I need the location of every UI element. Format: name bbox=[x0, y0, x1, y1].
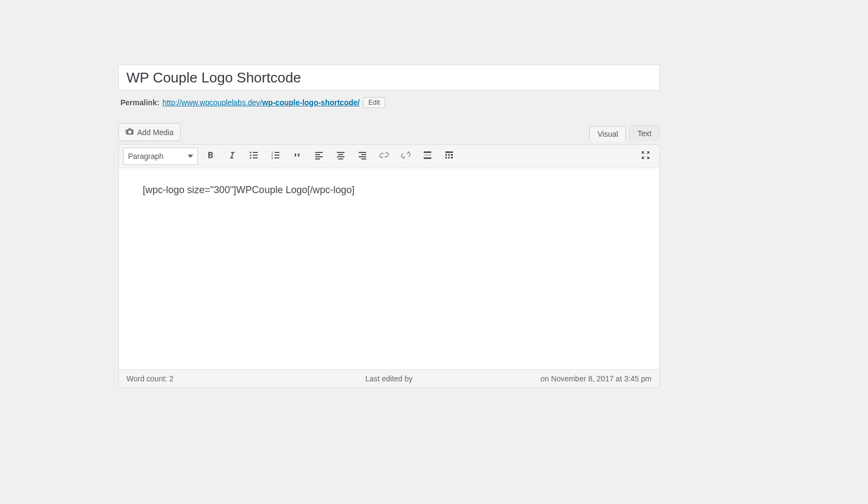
permalink-link[interactable]: http://www.wpcouplelabs.dev/wp-couple-lo… bbox=[163, 98, 360, 107]
svg-rect-9 bbox=[275, 155, 279, 156]
svg-rect-33 bbox=[451, 157, 453, 158]
bold-icon bbox=[205, 150, 216, 163]
permalink-base: http://www.wpcouplelabs.dev/ bbox=[163, 98, 263, 107]
blockquote-button[interactable] bbox=[288, 148, 307, 164]
numbered-list-button[interactable]: 123 bbox=[266, 148, 285, 164]
svg-rect-3 bbox=[253, 155, 258, 156]
svg-text:3: 3 bbox=[271, 156, 273, 160]
svg-rect-24 bbox=[424, 151, 431, 153]
align-left-button[interactable] bbox=[310, 148, 328, 164]
read-more-icon bbox=[422, 150, 433, 163]
align-right-button[interactable] bbox=[353, 148, 372, 164]
numbered-list-icon: 123 bbox=[270, 150, 281, 163]
svg-rect-16 bbox=[337, 152, 344, 153]
svg-rect-7 bbox=[275, 152, 279, 153]
bold-button[interactable] bbox=[201, 148, 220, 164]
media-toolbar-row: Add Media Visual Text bbox=[118, 123, 660, 141]
post-editor: Permalink: http://www.wpcouplelabs.dev/w… bbox=[118, 65, 660, 388]
svg-rect-13 bbox=[315, 154, 320, 155]
toolbar-toggle-button[interactable] bbox=[440, 148, 458, 164]
svg-rect-32 bbox=[448, 157, 450, 158]
svg-rect-17 bbox=[339, 154, 343, 155]
svg-rect-18 bbox=[337, 156, 344, 157]
format-dropdown[interactable]: Paragraph bbox=[123, 148, 198, 165]
italic-button[interactable] bbox=[223, 148, 241, 164]
link-button[interactable] bbox=[375, 148, 393, 164]
add-media-label: Add Media bbox=[137, 128, 174, 137]
bulleted-list-button[interactable] bbox=[245, 148, 263, 164]
editor-tabs: Visual Text bbox=[589, 125, 660, 141]
unlink-icon bbox=[400, 150, 411, 163]
unlink-button[interactable] bbox=[397, 148, 415, 164]
permalink-slug: wp-couple-logo-shortcode/ bbox=[262, 98, 360, 107]
last-edited-time: on November 8, 2017 at 3:45 pm bbox=[540, 374, 652, 383]
read-more-button[interactable] bbox=[418, 148, 437, 164]
link-icon bbox=[379, 150, 390, 163]
svg-rect-19 bbox=[339, 158, 343, 160]
svg-rect-21 bbox=[361, 154, 366, 155]
svg-point-0 bbox=[250, 152, 252, 154]
svg-rect-28 bbox=[445, 154, 447, 156]
editor-content-area[interactable]: [wpc-logo size="300"]WPCouple Logo[/wpc-… bbox=[118, 168, 660, 370]
last-edited-label: Last edited by bbox=[365, 374, 412, 383]
word-count: Word count: 2 bbox=[126, 374, 174, 383]
svg-point-2 bbox=[250, 155, 252, 156]
svg-rect-1 bbox=[253, 152, 258, 153]
align-center-icon bbox=[335, 150, 346, 163]
post-title-input[interactable] bbox=[118, 65, 660, 91]
editor-toolbar: Paragraph 123 bbox=[118, 144, 660, 168]
svg-rect-29 bbox=[448, 154, 450, 156]
format-selected-label: Paragraph bbox=[128, 152, 163, 161]
svg-rect-11 bbox=[275, 157, 279, 158]
svg-rect-12 bbox=[315, 152, 323, 153]
tab-text[interactable]: Text bbox=[629, 125, 660, 141]
permalink-label: Permalink: bbox=[120, 98, 159, 107]
svg-rect-25 bbox=[424, 155, 431, 156]
align-left-icon bbox=[314, 150, 324, 163]
svg-rect-22 bbox=[359, 156, 366, 157]
toolbar-toggle-icon bbox=[444, 150, 455, 163]
align-right-icon bbox=[357, 150, 368, 163]
svg-rect-27 bbox=[445, 151, 453, 153]
align-center-button[interactable] bbox=[331, 148, 350, 164]
italic-icon bbox=[227, 150, 238, 163]
camera-icon bbox=[124, 126, 134, 138]
svg-rect-30 bbox=[451, 154, 453, 156]
svg-rect-15 bbox=[315, 158, 320, 160]
svg-rect-5 bbox=[253, 157, 258, 158]
svg-rect-20 bbox=[359, 152, 366, 153]
svg-rect-23 bbox=[361, 158, 366, 160]
fullscreen-button[interactable] bbox=[636, 148, 655, 164]
content-text: [wpc-logo size="300"]WPCouple Logo[/wpc-… bbox=[143, 184, 355, 195]
blockquote-icon bbox=[292, 150, 303, 163]
fullscreen-icon bbox=[640, 150, 651, 163]
add-media-button[interactable]: Add Media bbox=[118, 123, 181, 141]
status-bar: Word count: 2 Last edited by on November… bbox=[118, 370, 660, 388]
svg-rect-14 bbox=[315, 156, 323, 157]
svg-rect-31 bbox=[445, 157, 447, 158]
chevron-down-icon bbox=[188, 155, 193, 158]
svg-rect-26 bbox=[424, 157, 431, 159]
bulleted-list-icon bbox=[248, 150, 259, 163]
edit-permalink-button[interactable]: Edit bbox=[363, 97, 386, 108]
svg-point-4 bbox=[250, 157, 252, 159]
tab-visual[interactable]: Visual bbox=[589, 126, 626, 142]
permalink-row: Permalink: http://www.wpcouplelabs.dev/w… bbox=[120, 97, 660, 108]
